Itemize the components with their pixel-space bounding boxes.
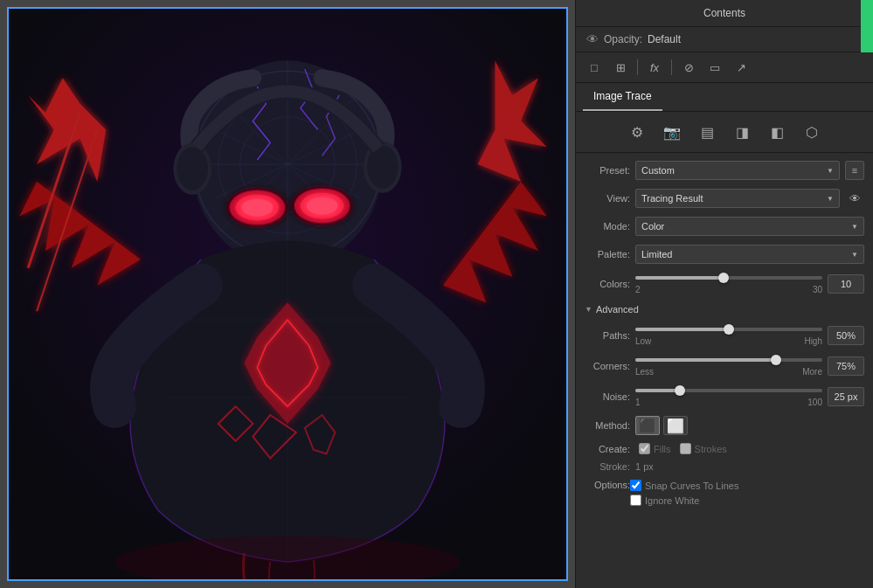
ignore-white-label[interactable]: Ignore White xyxy=(630,495,738,506)
snap-curves-label[interactable]: Snap Curves To Lines xyxy=(630,480,738,491)
preset-dropdown[interactable]: Custom ▼ xyxy=(635,161,840,180)
palette-label: Palette: xyxy=(585,249,630,259)
square-outline-icon[interactable]: ▭ xyxy=(705,58,724,77)
visibility-icon[interactable]: 👁 xyxy=(586,32,599,46)
corners-slider-labels: Less More xyxy=(635,367,822,377)
palette-row: Palette: Limited ▼ xyxy=(576,240,873,268)
mode-dropdown-arrow: ▼ xyxy=(851,223,858,231)
canvas-inner xyxy=(7,7,568,581)
palette-dropdown-arrow: ▼ xyxy=(851,251,858,259)
fx-icon[interactable]: fx xyxy=(645,58,664,77)
view-dropdown-arrow: ▼ xyxy=(827,195,834,203)
mode-label: Mode: xyxy=(585,221,630,232)
preset-row: Preset: Custom ▼ ≡ xyxy=(576,156,873,184)
paths-slider-labels: Low High xyxy=(635,336,822,346)
circle-slash-icon[interactable]: ⊘ xyxy=(679,58,698,77)
mode-value: Color xyxy=(641,221,664,232)
colors-label: Colors: xyxy=(585,279,630,289)
noise-slider-thumb[interactable] xyxy=(675,385,685,396)
view-value: Tracing Result xyxy=(641,193,703,204)
stroke-value: 1 px xyxy=(635,461,654,472)
preset-icon-6[interactable]: ⬡ xyxy=(799,119,825,145)
paths-row: Paths: Low High 50% xyxy=(576,320,873,350)
preset-icon-3[interactable]: ▤ xyxy=(694,119,720,145)
colors-value[interactable]: 10 xyxy=(828,274,864,294)
contents-label: Contents xyxy=(703,7,745,19)
preset-icons-row: ⚙ 📷 ▤ ◨ ◧ ⬡ xyxy=(576,112,873,153)
view-dropdown[interactable]: Tracing Result ▼ xyxy=(635,189,840,208)
noise-min: 1 xyxy=(635,398,641,407)
colors-slider-thumb[interactable] xyxy=(718,273,729,283)
colors-slider-track[interactable] xyxy=(635,276,822,280)
advanced-triangle: ▼ xyxy=(585,305,592,314)
toolbar-separator-2 xyxy=(671,59,672,75)
method-btn-abutting[interactable]: ⬛ xyxy=(635,416,660,435)
preset-icon-2[interactable]: 📷 xyxy=(659,119,685,145)
noise-slider-labels: 1 100 xyxy=(635,398,822,407)
corners-less: Less xyxy=(635,367,654,377)
preset-value: Custom xyxy=(641,165,675,176)
paths-slider-thumb[interactable] xyxy=(724,324,734,335)
corners-value[interactable]: 75% xyxy=(828,356,864,376)
paths-slider-track[interactable] xyxy=(635,328,822,331)
preset-options-btn[interactable]: ≡ xyxy=(845,161,864,180)
create-row: Create: Fills Strokes xyxy=(576,439,873,458)
image-trace-tab[interactable]: Image Trace xyxy=(583,83,662,111)
options-inner: Options: Snap Curves To Lines Ignore Whi… xyxy=(585,480,864,506)
green-accent xyxy=(861,0,873,52)
mode-row: Mode: Color ▼ xyxy=(576,212,873,240)
toolbar-row: □ ⊞ fx ⊘ ▭ ↗ xyxy=(576,52,873,83)
colors-max: 30 xyxy=(813,285,822,294)
preset-icon-5[interactable]: ◧ xyxy=(764,119,790,145)
fills-checkbox[interactable] xyxy=(639,443,650,454)
grid-icon[interactable]: ⊞ xyxy=(611,58,630,77)
corners-row: Corners: Less More 75% xyxy=(576,350,873,381)
view-eye-toggle[interactable]: 👁 xyxy=(845,189,864,208)
noise-row: Noise: 1 100 25 px xyxy=(576,381,873,412)
paths-low: Low xyxy=(635,336,651,346)
options-label: Options: xyxy=(585,480,630,490)
preset-icon-4[interactable]: ◨ xyxy=(729,119,755,145)
corners-slider-track[interactable] xyxy=(635,358,822,362)
mode-dropdown[interactable]: Color ▼ xyxy=(635,217,864,236)
strokes-label: Strokes xyxy=(695,444,727,454)
canvas-image[interactable] xyxy=(9,9,566,579)
noise-slider-track[interactable] xyxy=(635,389,822,392)
palette-value: Limited xyxy=(641,249,672,259)
preset-icon-1[interactable]: ⚙ xyxy=(624,119,650,145)
paths-value[interactable]: 50% xyxy=(828,326,864,345)
noise-value[interactable]: 25 px xyxy=(828,387,864,406)
tab-bar: Image Trace xyxy=(576,83,873,112)
noise-label: Noise: xyxy=(585,391,630,402)
opacity-row: 👁 Opacity: Default xyxy=(576,27,873,52)
corners-slider-container: Less More xyxy=(635,355,822,377)
method-buttons: ⬛ ⬜ xyxy=(635,416,688,435)
ignore-white-checkbox[interactable] xyxy=(630,495,641,506)
strokes-checkbox-label[interactable]: Strokes xyxy=(680,443,727,454)
strokes-checkbox[interactable] xyxy=(680,443,691,454)
palette-dropdown[interactable]: Limited ▼ xyxy=(635,245,864,264)
advanced-section-header[interactable]: ▼ Advanced xyxy=(576,299,873,320)
paths-slider-fill xyxy=(635,328,729,331)
options-row: Options: Snap Curves To Lines Ignore Whi… xyxy=(576,475,873,510)
preset-dropdown-arrow: ▼ xyxy=(827,167,834,175)
opacity-label: Opacity: xyxy=(604,33,642,45)
square-icon[interactable]: □ xyxy=(585,58,604,77)
snap-curves-checkbox[interactable] xyxy=(630,480,641,491)
noise-max: 100 xyxy=(807,398,822,407)
fills-checkbox-label[interactable]: Fills xyxy=(639,443,671,454)
colors-min: 2 xyxy=(635,285,641,294)
colors-slider-container: 2 30 xyxy=(635,273,822,294)
options-checkboxes: Snap Curves To Lines Ignore White xyxy=(630,480,738,506)
method-label: Method: xyxy=(585,420,630,431)
preset-label: Preset: xyxy=(585,165,630,176)
method-btn-overlapping[interactable]: ⬜ xyxy=(663,416,688,435)
colors-row: Colors: 2 30 10 xyxy=(576,268,873,299)
arrow-icon[interactable]: ↗ xyxy=(731,58,751,77)
advanced-label: Advanced xyxy=(596,304,639,315)
canvas-area xyxy=(0,0,575,588)
corners-slider-thumb[interactable] xyxy=(771,355,781,365)
colors-slider-fill xyxy=(635,276,724,280)
contents-header: Contents xyxy=(576,0,873,27)
corners-label: Corners: xyxy=(585,361,630,371)
